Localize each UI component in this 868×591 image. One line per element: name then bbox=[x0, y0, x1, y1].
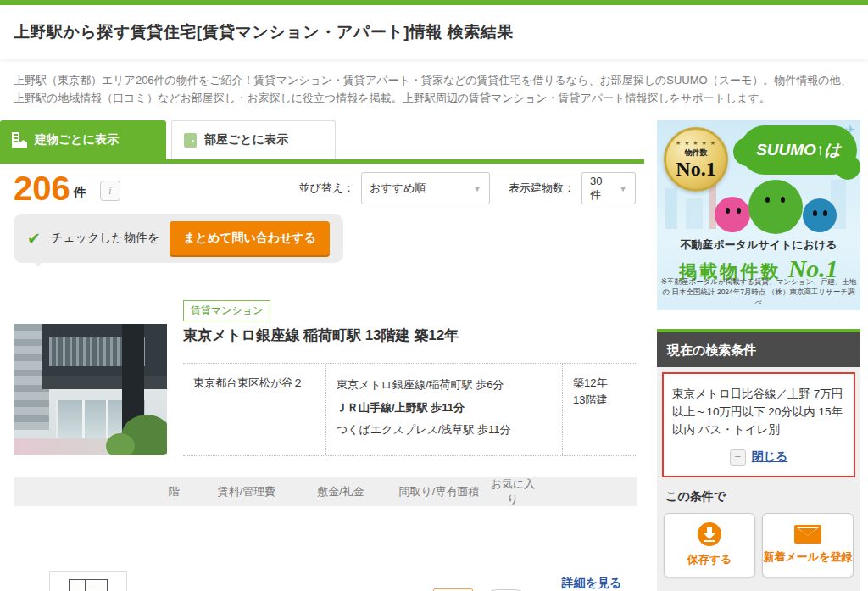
table-row: 7階 10万円 10000円 敷 10万円 礼 10万円 1K 25.87m2 … bbox=[14, 509, 637, 591]
search-conditions-text: 東京メトロ日比谷線／上野 7万円以上～10万円以下 20分以内 15年以内 バス… bbox=[672, 386, 845, 439]
display-count-value: 30件 bbox=[590, 175, 610, 203]
bulk-inquiry-panel: ✔ チェックした物件を まとめて問い合わせする bbox=[14, 214, 343, 263]
mascot-pink bbox=[715, 197, 750, 232]
medal-stars: ★ ★ ★ ★ ★ bbox=[676, 140, 716, 147]
property-age: 築12年 bbox=[573, 375, 627, 392]
bulk-inquiry-button[interactable]: まとめて問い合わせする bbox=[170, 221, 330, 255]
door-icon bbox=[184, 133, 197, 148]
close-conditions-link[interactable]: 閉じる bbox=[752, 449, 788, 465]
floorplan-thumbnail[interactable] bbox=[49, 571, 127, 591]
suumo-bubble-text: SUUMO↑は bbox=[756, 139, 841, 161]
results-column: 建物ごとに表示 部屋ごとに表示 206 件 i 並び替え： おすすめ順 ▼ 表示… bbox=[0, 120, 644, 591]
view-tabs: 建物ごとに表示 部屋ごとに表示 bbox=[0, 120, 644, 164]
save-conditions-button[interactable]: 保存する bbox=[664, 513, 755, 577]
info-icon[interactable]: i bbox=[100, 181, 120, 201]
display-count-select[interactable]: 30件 ▼ bbox=[581, 172, 636, 204]
col-floor: 階 bbox=[147, 484, 200, 499]
banner-disclaimer: ※不動産ポータルが掲載する賃貸、マンション、戸建、土地の 日本全国統計 2024… bbox=[660, 277, 857, 308]
display-count-label: 表示建物数： bbox=[509, 181, 575, 196]
property-title: 東京メトロ銀座線 稲荷町駅 13階建 築12年 bbox=[183, 326, 459, 345]
check-icon: ✔ bbox=[27, 229, 41, 248]
download-icon bbox=[698, 522, 721, 546]
page-header: 上野駅から探す賃貸住宅[賃貸マンション・アパート]情報 検索結果 bbox=[0, 5, 868, 59]
mascot-green bbox=[748, 180, 803, 234]
save-conditions-label: 保存する bbox=[687, 552, 732, 567]
results-count-number: 206 bbox=[14, 172, 70, 204]
register-mail-label: 新着メールを登録 bbox=[764, 549, 853, 565]
results-toolbar: 206 件 i 並び替え： おすすめ順 ▼ 表示建物数： 30件 ▼ bbox=[0, 166, 644, 210]
tab-by-building[interactable]: 建物ごとに表示 bbox=[0, 120, 166, 159]
access-line: つくばエクスプレス/浅草駅 歩11分 bbox=[337, 421, 552, 438]
detail-link[interactable]: 詳細を見る bbox=[562, 576, 622, 591]
building-icon bbox=[12, 132, 27, 148]
access-line: 東京メトロ銀座線/稲荷町駅 歩6分 bbox=[337, 376, 552, 393]
register-mail-button[interactable]: 新着メールを登録 bbox=[762, 513, 854, 577]
property-address: 東京都台東区松が谷２ bbox=[183, 364, 326, 455]
tab-by-room-label: 部屋ごとに表示 bbox=[204, 132, 288, 148]
sort-selected-value: おすすめ順 bbox=[370, 181, 426, 196]
property-type-badge: 賃貸マンション bbox=[183, 300, 270, 321]
tab-by-building-label: 建物ごとに表示 bbox=[35, 132, 119, 148]
col-deposit: 敷金/礼金 bbox=[293, 484, 388, 499]
col-layout: 間取り/専有面積 bbox=[388, 484, 490, 499]
tab-by-room[interactable]: 部屋ごとに表示 bbox=[171, 120, 336, 159]
sort-label: 並び替え： bbox=[298, 181, 354, 196]
suumo-no1-banner[interactable]: ✈ ★ ★ ★ ★ ★ 物件数 No.1 SUUMO↑は 不動産ポータルサイトに… bbox=[657, 120, 860, 310]
search-conditions-box: 東京メトロ日比谷線／上野 7万円以上～10万円以下 20分以内 15年以内 バス… bbox=[662, 372, 855, 477]
property-floors: 13階建 bbox=[573, 392, 627, 409]
tab-underline bbox=[0, 159, 644, 164]
bulk-inquiry-label: チェックした物件を bbox=[51, 231, 159, 246]
property-photo[interactable] bbox=[14, 324, 167, 455]
banner-line1: 不動産ポータルサイトにおける bbox=[657, 237, 860, 253]
banner-text: 不動産ポータルサイトにおける 掲載物件数 No.1 bbox=[657, 237, 860, 283]
col-rent: 賃料/管理費 bbox=[200, 484, 293, 499]
chevron-down-icon: ▼ bbox=[473, 184, 481, 193]
access-line: ＪＲ山手線/上野駅 歩11分 bbox=[337, 399, 552, 416]
sort-select[interactable]: おすすめ順 ▼ bbox=[361, 172, 490, 204]
video-button[interactable]: 動画 bbox=[433, 588, 473, 591]
page-title: 上野駅から探す賃貸住宅[賃貸マンション・アパート]情報 検索結果 bbox=[14, 21, 514, 43]
property-detail-grid: 東京都台東区松が谷２ 東京メトロ銀座線/稲荷町駅 歩6分 ＪＲ山手線/上野駅 歩… bbox=[183, 363, 637, 456]
sidebar: ✈ ★ ★ ★ ★ ★ 物件数 No.1 SUUMO↑は 不動産ポータルサイトに… bbox=[657, 120, 860, 310]
property-access: 東京メトロ銀座線/稲荷町駅 歩6分 ＪＲ山手線/上野駅 歩11分 つくばエクスプ… bbox=[326, 364, 563, 455]
sort-controls: 並び替え： おすすめ順 ▼ 表示建物数： 30件 ▼ bbox=[287, 172, 636, 204]
results-count-unit: 件 bbox=[74, 185, 86, 204]
chevron-down-icon: ▼ bbox=[619, 184, 627, 193]
suumo-speech-bubble: SUUMO↑は bbox=[740, 125, 857, 175]
page-description: 上野駅（東京都）エリア206件の物件をご紹介！賃貸マンション・賃貸アパート・貸家… bbox=[14, 71, 854, 108]
search-conditions-panel: 現在の検索条件 東京メトロ日比谷線／上野 7万円以上～10万円以下 20分以内 … bbox=[657, 329, 860, 591]
search-conditions-header: 現在の検索条件 bbox=[657, 332, 860, 367]
minus-icon[interactable]: − bbox=[730, 449, 746, 466]
listing-table-header: 階 賃料/管理費 敷金/礼金 間取り/専有面積 お気に入り bbox=[14, 477, 637, 506]
col-favorite: お気に入り bbox=[490, 477, 637, 507]
property-age-floors: 築12年 13階建 bbox=[563, 364, 637, 455]
suumo-mascots bbox=[657, 173, 860, 239]
with-conditions-label: この条件で bbox=[665, 489, 852, 505]
mail-icon bbox=[794, 525, 821, 544]
results-count: 206 件 i bbox=[14, 172, 120, 204]
mascot-blue bbox=[803, 198, 837, 232]
